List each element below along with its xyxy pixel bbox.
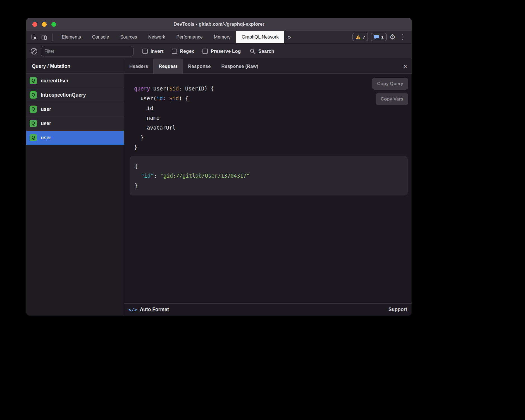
warning-triangle-icon [355, 35, 361, 39]
code-line: { [135, 161, 403, 171]
toolbar-left-icons [26, 34, 56, 41]
main-split: Query / Mutation QcurrentUserQIntrospect… [26, 59, 412, 316]
detail-tab-headers[interactable]: Headers [124, 59, 153, 73]
query-type-badge: Q [30, 91, 37, 99]
query-list-item[interactable]: QIntrospectionQuery [26, 88, 124, 102]
query-name: IntrospectionQuery [41, 92, 86, 98]
detail-tab-strip: HeadersRequestResponseResponse (Raw)× [124, 59, 412, 74]
preserve-log-checkbox[interactable] [202, 49, 208, 54]
tab-memory[interactable]: Memory [208, 31, 236, 43]
query-type-badge: Q [30, 120, 37, 127]
preserve-log-label: Preserve Log [211, 49, 241, 54]
more-tabs-chevron[interactable]: » [284, 34, 294, 41]
tab-elements[interactable]: Elements [56, 31, 87, 43]
title-bar: DevTools - gitlab.com/-/graphql-explorer [26, 18, 412, 31]
traffic-lights [32, 18, 56, 31]
support-link[interactable]: Support [388, 307, 407, 312]
device-toolbar-icon[interactable] [41, 34, 47, 40]
query-list-item[interactable]: Quser [26, 116, 124, 131]
kebab-menu-icon[interactable]: ⋮ [398, 34, 407, 40]
query-list-item[interactable]: Quser [26, 102, 124, 116]
toolbar-right-cluster: 7 1 ⚙ ⋮ [352, 33, 412, 41]
request-query-code: query user($id: UserID) { user(id: $id) … [124, 74, 412, 152]
copy-buttons: Copy Query Copy Vars [372, 78, 408, 105]
toolbar-separator [52, 34, 53, 41]
query-list-item[interactable]: QcurrentUser [26, 74, 124, 88]
detail-tab-response-raw[interactable]: Response (Raw) [216, 59, 263, 73]
query-list-item[interactable]: Quser [26, 131, 124, 145]
messages-badge[interactable]: 1 [371, 33, 386, 41]
invert-option: Invert [142, 49, 163, 54]
search-icon[interactable] [250, 48, 256, 54]
request-variables-code: { "id": "gid://gitlab/User/13704317"} [135, 161, 403, 190]
inspect-element-icon[interactable] [31, 34, 37, 40]
tab-performance[interactable]: Performance [171, 31, 208, 43]
query-sidebar: Query / Mutation QcurrentUserQIntrospect… [26, 59, 124, 316]
window-title: DevTools - gitlab.com/-/graphql-explorer [173, 22, 264, 27]
query-name: currentUser [41, 78, 68, 84]
detail-content: query user($id: UserID) { user(id: $id) … [124, 74, 412, 303]
preserve-log-option: Preserve Log [202, 49, 241, 54]
regex-label: Regex [180, 49, 194, 54]
message-bubble-icon [374, 35, 379, 40]
search-label[interactable]: Search [258, 49, 274, 54]
devtools-tab-strip: ElementsConsoleSourcesNetworkPerformance… [56, 31, 284, 43]
zoom-window-button[interactable] [51, 22, 56, 27]
close-detail-icon[interactable]: × [403, 63, 407, 70]
warnings-badge[interactable]: 7 [352, 33, 368, 41]
code-line: avatarUrl [134, 123, 412, 133]
auto-format-toggle[interactable]: </> Auto Format [128, 307, 169, 312]
query-name: user [41, 135, 51, 141]
code-line: user(id: $id) { [134, 94, 412, 103]
code-line: "id": "gid://gitlab/User/13704317" [135, 171, 403, 181]
code-brackets-icon: </> [128, 307, 137, 312]
invert-label: Invert [151, 49, 163, 54]
clear-block-icon[interactable] [31, 48, 37, 54]
code-line: } [134, 142, 412, 152]
tab-graphql-network[interactable]: GraphQL Network [236, 31, 284, 43]
query-type-badge: Q [30, 106, 37, 113]
query-type-badge: Q [30, 77, 37, 84]
query-name: user [41, 106, 51, 112]
close-window-button[interactable] [32, 22, 37, 27]
tab-network[interactable]: Network [143, 31, 171, 43]
regex-option: Regex [172, 49, 194, 54]
tab-console[interactable]: Console [87, 31, 115, 43]
filter-bar: InvertRegexPreserve Log Search [26, 44, 412, 59]
settings-gear-icon[interactable]: ⚙ [390, 34, 396, 40]
copy-query-button[interactable]: Copy Query [372, 78, 408, 90]
copy-vars-button[interactable]: Copy Vars [376, 93, 408, 105]
detail-footer: </> Auto Format Support [124, 303, 412, 316]
query-name: user [41, 121, 51, 127]
detail-tab-request[interactable]: Request [153, 59, 183, 73]
invert-checkbox[interactable] [142, 49, 148, 54]
code-line: } [134, 133, 412, 142]
devtools-toolbar: ElementsConsoleSourcesNetworkPerformance… [26, 31, 412, 44]
message-count: 1 [381, 35, 383, 39]
detail-panel: HeadersRequestResponseResponse (Raw)× qu… [124, 59, 412, 316]
query-list: QcurrentUserQIntrospectionQueryQuserQuse… [26, 74, 124, 145]
detail-tab-response[interactable]: Response [183, 59, 216, 73]
devtools-window: DevTools - gitlab.com/-/graphql-explorer… [26, 18, 412, 316]
sidebar-header: Query / Mutation [26, 59, 124, 74]
tab-sources[interactable]: Sources [114, 31, 143, 43]
code-line: query user($id: UserID) { [134, 84, 412, 94]
code-line: name [134, 113, 412, 123]
search-group: Search [250, 48, 274, 54]
auto-format-label: Auto Format [140, 307, 169, 312]
code-line: id [134, 103, 412, 113]
request-variables-box: { "id": "gid://gitlab/User/13704317"} [130, 156, 408, 195]
query-type-badge: Q [30, 134, 37, 141]
filter-options: InvertRegexPreserve Log [142, 49, 241, 54]
regex-checkbox[interactable] [172, 49, 177, 54]
warning-count: 7 [363, 35, 365, 39]
filter-input[interactable] [41, 46, 133, 56]
code-line: } [135, 181, 403, 190]
minimize-window-button[interactable] [42, 22, 47, 27]
